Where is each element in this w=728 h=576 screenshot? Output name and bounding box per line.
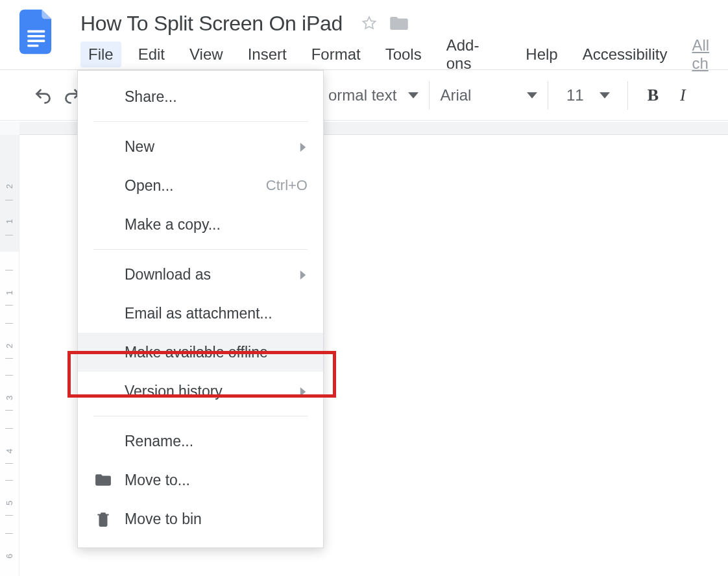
ruler-tick-label: 4 (5, 449, 14, 453)
ruler-tick-label: 1 (5, 291, 14, 295)
file-menu-label: Make available offline (125, 344, 268, 361)
svg-rect-1 (27, 35, 45, 38)
ruler-tick-label: 2 (5, 344, 14, 348)
file-menu-version-history[interactable]: Version history (78, 372, 323, 411)
folder-move-icon[interactable] (389, 15, 409, 32)
chevron-down-icon (600, 90, 610, 101)
file-menu-label: Make a copy... (125, 216, 221, 234)
undo-button[interactable] (29, 81, 57, 110)
menu-help[interactable]: Help (518, 42, 565, 67)
file-menu-email-attachment[interactable]: Email as attachment... (78, 294, 323, 333)
svg-rect-2 (27, 40, 45, 42)
submenu-arrow-icon (298, 383, 308, 400)
ruler-tick-label: 2 (5, 184, 14, 189)
font-size-select[interactable]: 11 (559, 86, 617, 104)
submenu-arrow-icon (298, 138, 308, 156)
file-menu-rename[interactable]: Rename... (78, 422, 323, 461)
ruler-tick-label: 1 (5, 219, 14, 224)
menu-tools[interactable]: Tools (378, 42, 430, 67)
menu-insert[interactable]: Insert (240, 42, 295, 67)
file-menu-dropdown: Share... New Open... Ctrl+O Make a copy.… (77, 70, 324, 548)
menu-edit[interactable]: Edit (130, 42, 173, 67)
file-menu-label: Email as attachment... (125, 305, 273, 322)
file-menu-label: Download as (125, 266, 211, 283)
chevron-down-icon (408, 90, 419, 101)
font-family-select[interactable]: Arial (440, 86, 537, 104)
file-menu-share[interactable]: Share... (78, 77, 323, 116)
ruler-tick-label: 3 (5, 396, 14, 400)
toolbar-separator (627, 81, 628, 110)
paragraph-style-label: ormal text (328, 86, 396, 104)
file-menu-label: Move to bin (125, 510, 202, 528)
star-icon[interactable] (361, 15, 378, 32)
svg-rect-3 (27, 45, 38, 47)
paragraph-style-select[interactable]: ormal text (328, 86, 419, 104)
ruler-tick-label: 5 (5, 501, 14, 505)
bold-button[interactable]: B (638, 81, 667, 110)
file-menu-move-to[interactable]: Move to... (78, 461, 323, 499)
italic-button[interactable]: I (668, 81, 697, 110)
docs-logo-icon[interactable] (19, 8, 55, 55)
menu-format[interactable]: Format (304, 42, 369, 67)
file-menu-move-to-bin[interactable]: Move to bin (78, 499, 323, 538)
menu-separator (93, 249, 308, 250)
folder-icon (93, 470, 113, 490)
submenu-arrow-icon (298, 266, 308, 283)
file-menu-new[interactable]: New (78, 127, 323, 166)
trash-icon (93, 509, 113, 529)
title-bar: How To Split Screen On iPad (0, 0, 728, 39)
file-menu-make-copy[interactable]: Make a copy... (78, 205, 323, 244)
file-menu-label: Share... (125, 88, 177, 106)
file-menu-open[interactable]: Open... Ctrl+O (78, 166, 323, 205)
file-menu-label: Version history (125, 383, 223, 400)
menu-all-changes-link[interactable]: All ch (684, 32, 728, 77)
file-menu-make-offline[interactable]: Make available offline (78, 333, 323, 372)
menu-view[interactable]: View (182, 42, 231, 67)
file-menu-download-as[interactable]: Download as (78, 255, 323, 294)
ruler-tick-label: 6 (5, 554, 14, 558)
menu-addons[interactable]: Add-ons (439, 32, 509, 77)
file-menu-label: Rename... (125, 433, 193, 450)
file-menu-label: New (125, 138, 154, 156)
file-menu-label: Move to... (125, 472, 190, 489)
font-family-label: Arial (440, 86, 471, 104)
chevron-down-icon (527, 90, 537, 101)
vertical-ruler[interactable]: 2 1 1 2 3 4 5 6 (0, 135, 19, 576)
menu-separator (93, 121, 308, 122)
menu-file[interactable]: File (80, 42, 121, 67)
keyboard-shortcut: Ctrl+O (266, 177, 308, 194)
font-size-value: 11 (566, 86, 584, 104)
toolbar-separator (548, 81, 548, 110)
menu-bar: File Edit View Insert Format Tools Add-o… (0, 39, 728, 70)
menu-separator (93, 416, 308, 416)
document-title[interactable]: How To Split Screen On iPad (80, 12, 343, 36)
svg-rect-0 (27, 30, 45, 33)
file-menu-label: Open... (125, 177, 173, 195)
toolbar-separator (429, 81, 430, 110)
menu-accessibility[interactable]: Accessibility (575, 42, 675, 67)
